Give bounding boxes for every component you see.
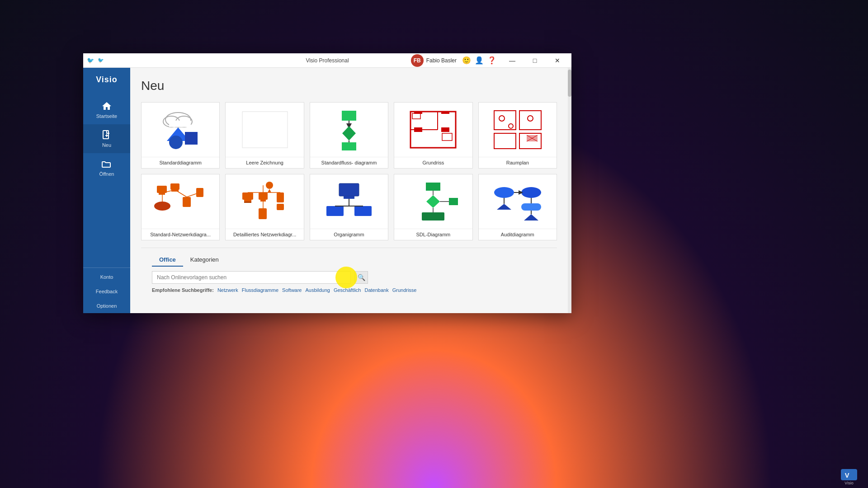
svg-rect-54	[277, 204, 284, 210]
svg-rect-26	[519, 111, 541, 130]
search-input[interactable]	[152, 271, 351, 284]
svg-rect-61	[326, 206, 344, 216]
tag-flussdiagramme[interactable]: Flussdiagramme	[242, 287, 278, 293]
window-title: Visio Professional	[306, 57, 349, 64]
tag-netzwerk[interactable]: Netzwerk	[217, 287, 238, 293]
maximize-button[interactable]: □	[524, 53, 545, 68]
user-info: FB Fabio Basler	[411, 54, 457, 67]
template-standard-netzwerk[interactable]: Standard-Netzwerkdiagra...	[141, 174, 220, 240]
sidebar-item-neu[interactable]: Neu	[83, 124, 130, 153]
template-preview-det-netzwerk	[226, 174, 303, 229]
sidebar-bottom: Konto Feedback Optionen	[83, 267, 130, 313]
leere-svg	[238, 107, 292, 152]
template-label-fluss: Standardfluss- diagramm	[310, 157, 388, 168]
user-avatar: FB	[411, 54, 424, 67]
sidebar-label-offnen: Öffnen	[99, 171, 114, 177]
svg-rect-23	[442, 133, 452, 141]
taskbar-visio[interactable]: V Visio	[841, 469, 857, 485]
sidebar-item-feedback[interactable]: Feedback	[83, 284, 130, 299]
svg-rect-71	[422, 212, 444, 221]
visio-logo-icon: V	[844, 470, 854, 480]
tab-office[interactable]: Office	[152, 253, 183, 267]
svg-rect-36	[159, 193, 165, 195]
help-icon[interactable]: ❓	[487, 56, 496, 65]
template-label-det-netzwerk: Detailliertes Netzwerkdiagr...	[226, 229, 303, 240]
template-sdl[interactable]: SDL-Diagramm	[394, 174, 472, 240]
svg-rect-21	[441, 112, 449, 114]
tab-kategorien[interactable]: Kategorien	[183, 253, 226, 267]
template-organigramm[interactable]: Organigramm	[310, 174, 388, 240]
tag-software[interactable]: Software	[282, 287, 302, 293]
svg-point-9	[169, 136, 183, 149]
smiley-icon[interactable]: 🙂	[462, 56, 471, 65]
scrollbar-thumb[interactable]	[568, 70, 571, 97]
template-detailliertes-netzwerk[interactable]: Detailliertes Netzwerkdiagr...	[225, 174, 304, 240]
sdl-svg	[406, 179, 460, 224]
svg-rect-37	[170, 183, 179, 190]
template-label-audit: Auditdiagramm	[479, 229, 557, 240]
sidebar-item-startseite[interactable]: Startseite	[83, 95, 130, 124]
template-preview-audit	[479, 174, 557, 229]
template-standardfluss[interactable]: Standardfluss- diagramm	[310, 102, 388, 169]
standarddiagramm-svg	[153, 107, 208, 152]
template-label-organigramm: Organigramm	[310, 229, 388, 240]
tag-grundrisse[interactable]: Grundrisse	[392, 287, 417, 293]
svg-rect-8	[185, 132, 198, 145]
svg-marker-69	[426, 195, 440, 208]
template-label-grundriss: Grundriss	[394, 157, 472, 168]
raumplan-svg	[491, 107, 545, 152]
svg-rect-49	[244, 202, 251, 203]
svg-rect-47	[242, 192, 253, 200]
tag-geschaftlich[interactable]: Geschäftlich	[334, 287, 361, 293]
svg-rect-40	[183, 197, 191, 207]
scrollbar[interactable]	[568, 68, 571, 313]
svg-rect-27	[494, 133, 516, 149]
det-netzwerk-svg	[238, 179, 292, 224]
template-label-raumplan: Raumplan	[479, 157, 557, 168]
recommended-label: Empfohlene Suchbegriffe:	[152, 287, 214, 293]
template-leere-zeichnung[interactable]: Leere Zeichnung	[225, 102, 304, 169]
svg-rect-10	[242, 112, 288, 148]
svg-point-74	[494, 187, 514, 198]
window-body: Visio Startseite Neu	[83, 68, 571, 313]
svg-rect-20	[414, 127, 422, 132]
svg-point-31	[528, 116, 533, 121]
title-bar-right: FB Fabio Basler 🙂 👤 ❓ — □ ✕	[411, 53, 568, 68]
svg-rect-77	[521, 203, 541, 211]
sidebar-item-konto[interactable]: Konto	[83, 270, 130, 284]
organigramm-svg	[322, 179, 376, 224]
svg-rect-24	[412, 113, 420, 119]
template-preview-fluss	[310, 103, 388, 157]
template-grundriss[interactable]: Grundriss	[394, 102, 472, 169]
template-preview-standarddiagramm	[142, 103, 219, 157]
minimize-button[interactable]: —	[502, 53, 523, 68]
tag-datenbank[interactable]: Datenbank	[364, 287, 388, 293]
svg-rect-0	[103, 131, 108, 139]
svg-marker-13	[342, 126, 356, 141]
svg-line-43	[175, 190, 187, 197]
visio-badge-icon: V	[841, 469, 857, 480]
tag-ausbildung[interactable]: Ausbildung	[305, 287, 330, 293]
account-icon[interactable]: 👤	[475, 56, 484, 65]
sidebar-item-optionen[interactable]: Optionen	[83, 299, 130, 313]
search-button[interactable]: 🔍	[354, 271, 368, 284]
bird-icon-1: 🐦	[87, 57, 94, 64]
template-raumplan[interactable]: Raumplan	[478, 102, 557, 169]
grundriss-svg	[406, 107, 460, 152]
folder-icon	[101, 159, 112, 169]
visio-taskbar-label: Visio	[844, 481, 853, 485]
audit-svg	[491, 179, 545, 224]
bird-icon-2: 🐦	[98, 57, 104, 63]
netzwerk-svg	[153, 179, 208, 224]
svg-rect-53	[277, 192, 284, 202]
svg-rect-73	[449, 198, 458, 205]
close-button[interactable]: ✕	[547, 53, 568, 68]
template-audit[interactable]: Auditdiagramm	[478, 174, 557, 240]
svg-rect-52	[259, 208, 267, 219]
search-row: 🔍	[152, 271, 546, 284]
sidebar-label-neu: Neu	[102, 142, 111, 148]
template-standarddiagramm[interactable]: Standarddiagramm	[141, 102, 220, 169]
template-preview-raumplan	[479, 103, 557, 157]
sidebar: Visio Startseite Neu	[83, 68, 130, 313]
sidebar-item-offnen[interactable]: Öffnen	[83, 153, 130, 182]
